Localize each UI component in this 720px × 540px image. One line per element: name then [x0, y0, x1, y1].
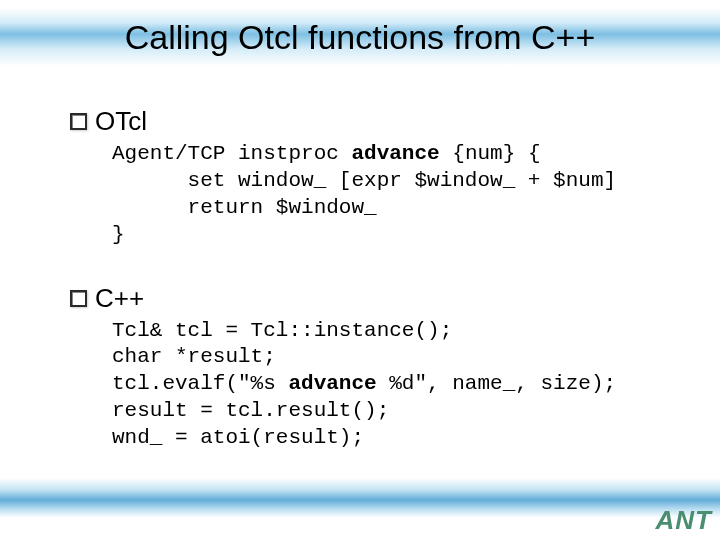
code-text: return $window_ — [112, 196, 377, 219]
bullet-square-icon — [70, 290, 87, 307]
code-text: %d", name_, size); — [377, 372, 616, 395]
slide: Calling Otcl functions from C++ OTcl Age… — [0, 0, 720, 540]
content-area: OTcl Agent/TCP instproc advance {num} { … — [70, 100, 690, 452]
code-text: wnd_ = atoi(result); — [112, 426, 364, 449]
logo-text: ANT — [656, 505, 712, 536]
code-cpp: Tcl& tcl = Tcl::instance(); char *result… — [112, 318, 690, 452]
bullet-label-otcl: OTcl — [95, 106, 147, 137]
code-text: Agent/TCP instproc — [112, 142, 351, 165]
code-otcl: Agent/TCP instproc advance {num} { set w… — [112, 141, 690, 249]
slide-title: Calling Otcl functions from C++ — [0, 18, 720, 57]
code-text: Tcl& tcl = Tcl::instance(); — [112, 319, 452, 342]
bullet-square-icon — [70, 113, 87, 130]
code-text: tcl.evalf("%s — [112, 372, 288, 395]
code-text: set window_ [expr $window_ + $num] — [112, 169, 616, 192]
code-text: result = tcl.result(); — [112, 399, 389, 422]
footer-band — [0, 478, 720, 518]
code-bold: advance — [288, 372, 376, 395]
bullet-label-cpp: C++ — [95, 283, 144, 314]
code-bold: advance — [351, 142, 439, 165]
code-text: char *result; — [112, 345, 276, 368]
bullet-otcl: OTcl — [70, 106, 690, 137]
code-text: } — [112, 223, 125, 246]
bullet-cpp: C++ — [70, 283, 690, 314]
code-text: {num} { — [440, 142, 541, 165]
